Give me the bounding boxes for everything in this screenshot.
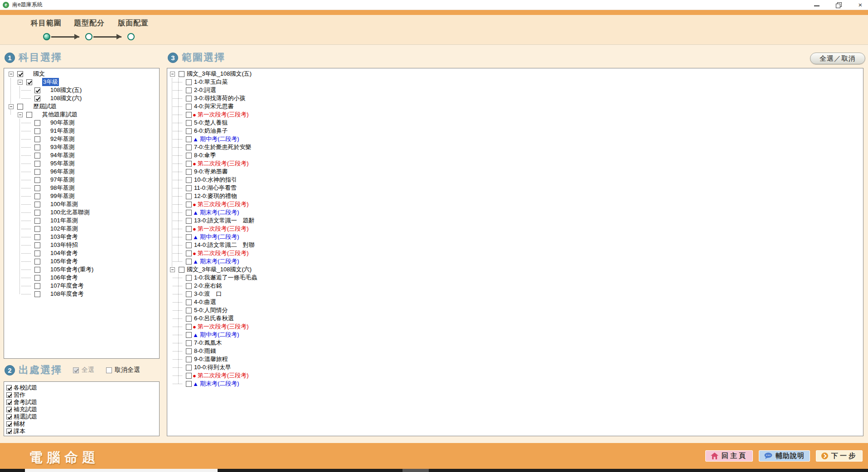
source-item[interactable]: 各校試題: [4, 384, 159, 391]
node-checkbox[interactable]: [186, 153, 192, 159]
expander-minus-icon[interactable]: [27, 145, 31, 149]
tree-node[interactable]: 105年會考(重考): [4, 265, 159, 274]
expander-minus-icon[interactable]: [178, 80, 182, 84]
node-checkbox[interactable]: [34, 226, 40, 232]
tree-node-label[interactable]: 103年特招: [50, 241, 78, 249]
expander-minus-icon[interactable]: [27, 219, 31, 223]
tree-node[interactable]: 9-0:寄弟墨書: [167, 168, 863, 176]
expander-minus-icon[interactable]: [178, 88, 182, 92]
tree-node[interactable]: 108國文(五): [4, 86, 159, 94]
tree-node[interactable]: 6-0:呂氏春秋選: [167, 314, 863, 323]
expander-minus-icon[interactable]: [9, 104, 14, 109]
expander-minus-icon[interactable]: [178, 113, 182, 117]
expander-minus-icon[interactable]: [178, 284, 182, 288]
node-checkbox[interactable]: [186, 104, 192, 110]
tree-node-label[interactable]: 3年級: [42, 78, 59, 86]
tree-node[interactable]: ● 第二次段考(三段考): [167, 159, 863, 168]
expander-minus-icon[interactable]: [27, 162, 31, 166]
tree-node-label[interactable]: 期末考(二段考): [200, 380, 239, 388]
node-checkbox[interactable]: [186, 79, 192, 85]
expander-minus-icon[interactable]: [27, 235, 31, 239]
tree-node-label[interactable]: 第一次段考(三段考): [198, 225, 249, 233]
tree-node-label[interactable]: 3-0:尋找薄荷的小孩: [194, 94, 245, 102]
node-checkbox[interactable]: [186, 291, 192, 297]
tree-node-label[interactable]: 108國文(五): [50, 86, 82, 94]
expander-minus-icon[interactable]: [178, 235, 182, 239]
node-checkbox[interactable]: [186, 381, 192, 387]
os-taskbar[interactable]: [0, 469, 868, 472]
close-icon[interactable]: ×: [857, 2, 863, 8]
node-checkbox[interactable]: [186, 250, 192, 256]
node-checkbox[interactable]: [17, 71, 23, 77]
minimize-icon[interactable]: [814, 2, 820, 8]
expander-minus-icon[interactable]: [27, 137, 31, 141]
expander-minus-icon[interactable]: [27, 227, 31, 231]
node-checkbox[interactable]: [186, 234, 192, 240]
node-checkbox[interactable]: [34, 250, 40, 256]
expander-minus-icon[interactable]: [18, 80, 23, 85]
tree-node-label[interactable]: 5-0:楚人養狙: [194, 119, 228, 127]
tree-node[interactable]: 國文: [4, 70, 159, 78]
expander-minus-icon[interactable]: [178, 366, 182, 370]
node-checkbox[interactable]: [186, 218, 192, 224]
tree-node[interactable]: 2-0:座右銘: [167, 282, 863, 290]
tree-node-label[interactable]: 90年基測: [50, 119, 74, 127]
node-checkbox[interactable]: [186, 308, 192, 313]
tree-node[interactable]: 4-0:與宋元思書: [167, 102, 863, 111]
expander-minus-icon[interactable]: [27, 178, 31, 182]
expander-minus-icon[interactable]: [27, 243, 31, 247]
source-item[interactable]: 習作: [4, 391, 159, 398]
tree-node-label[interactable]: 100年基測: [50, 200, 78, 208]
tree-node[interactable]: 7-0:鳳凰木: [167, 339, 863, 347]
node-checkbox[interactable]: [34, 283, 40, 289]
node-checkbox[interactable]: [186, 120, 192, 126]
tree-node-label[interactable]: 9-0:寄弟墨書: [194, 168, 228, 176]
source-item[interactable]: 會考試題: [4, 399, 159, 405]
node-checkbox[interactable]: [34, 259, 40, 265]
node-checkbox[interactable]: [186, 332, 192, 338]
tree-node-label[interactable]: 8-0:雨錢: [194, 347, 216, 355]
node-checkbox[interactable]: [186, 169, 192, 175]
expander-minus-icon[interactable]: [27, 96, 31, 101]
tree-node[interactable]: 98年基測: [4, 184, 159, 192]
tree-node[interactable]: 3-0:尋找薄荷的小孩: [167, 94, 863, 102]
expander-minus-icon[interactable]: [178, 96, 182, 101]
node-checkbox[interactable]: [34, 218, 40, 224]
node-checkbox[interactable]: [186, 283, 192, 289]
node-checkbox[interactable]: [34, 291, 40, 297]
tree-node-label[interactable]: 107年度會考: [50, 282, 84, 290]
tree-node[interactable]: 105年會考: [4, 257, 159, 265]
select-all-toggle-button[interactable]: 全選／取消: [810, 53, 865, 64]
taskbar-active-app[interactable]: [25, 469, 218, 472]
expander-minus-icon[interactable]: [178, 333, 182, 337]
tree-node[interactable]: 94年基測: [4, 151, 159, 159]
tree-node-label[interactable]: 3-0:渡 口: [194, 290, 222, 298]
expander-minus-icon[interactable]: [27, 129, 31, 133]
tree-node[interactable]: 1-0:翠玉白菜: [167, 78, 863, 86]
tree-node-label[interactable]: 100北北基聯測: [50, 208, 90, 217]
tree-node-label[interactable]: 4-0:曲選: [194, 298, 216, 306]
node-checkbox[interactable]: [34, 267, 40, 273]
tree-node[interactable]: 國文_3年級_108國文(六): [167, 265, 863, 274]
source-checkbox[interactable]: [6, 400, 12, 405]
tree-node[interactable]: 8-0:傘季: [167, 151, 863, 159]
node-checkbox[interactable]: [186, 242, 192, 248]
tree-node-label[interactable]: 國文_3年級_108國文(六): [187, 265, 252, 274]
tree-node[interactable]: ● 第三次段考(三段考): [167, 200, 863, 208]
tree-node[interactable]: ● 第二次段考(三段考): [167, 371, 863, 380]
tree-node-label[interactable]: 歷屆試題: [33, 102, 57, 111]
tree-node[interactable]: 107年度會考: [4, 282, 159, 290]
node-checkbox[interactable]: [186, 202, 192, 207]
node-checkbox[interactable]: [34, 242, 40, 248]
node-checkbox[interactable]: [34, 169, 40, 175]
expander-minus-icon[interactable]: [178, 211, 182, 215]
tree-node[interactable]: 95年基測: [4, 159, 159, 168]
node-checkbox[interactable]: [34, 153, 40, 159]
tree-node-label[interactable]: 103年會考: [50, 233, 78, 241]
tree-node[interactable]: 1-0:我邂逅了一條毛毛蟲: [167, 274, 863, 282]
step-circle-icon[interactable]: [85, 33, 92, 40]
tree-node-label[interactable]: 其他題庫試題: [42, 111, 78, 119]
expander-minus-icon[interactable]: [178, 341, 182, 345]
tree-node[interactable]: ● 第一次段考(三段考): [167, 323, 863, 331]
tree-node[interactable]: 104年會考: [4, 249, 159, 257]
